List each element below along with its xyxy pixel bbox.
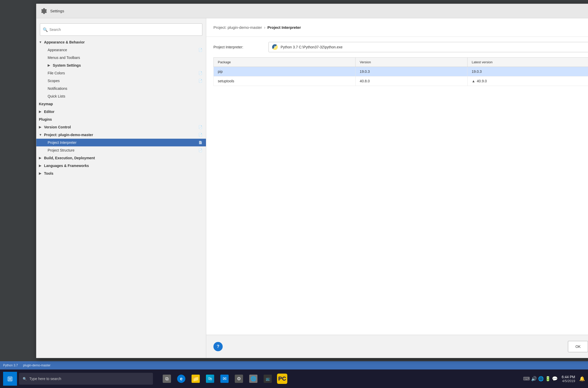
- expand-arrow: ▶: [39, 110, 42, 113]
- expand-arrow: ▶: [48, 64, 51, 67]
- breadcrumb-sep: ›: [264, 25, 265, 30]
- taskbar-icons-system: ⌨ 🔊 🌐 🔋 💬: [523, 376, 558, 382]
- col-header-version: Version: [356, 58, 468, 67]
- dialog-titlebar: Settings ✕: [36, 4, 588, 18]
- expand-arrow: ▶: [39, 156, 42, 160]
- col-header-latest: Latest version: [468, 58, 588, 67]
- expand-arrow: ▼: [39, 133, 42, 137]
- copy-icon: 📄: [198, 48, 202, 52]
- expand-arrow: ▶: [39, 172, 42, 175]
- package-name: setuptools: [214, 76, 356, 86]
- taskbar-search-icon: 🔍: [23, 377, 27, 381]
- expand-arrow: ▶: [39, 164, 42, 167]
- taskbar-icon-edge[interactable]: e: [175, 372, 188, 386]
- package-latest: ▲40.9.0: [468, 76, 588, 86]
- ok-button[interactable]: OK: [568, 341, 588, 352]
- status-python: Python 3.7: [3, 364, 18, 367]
- update-arrow-icon: ▲: [472, 79, 475, 83]
- search-input[interactable]: [49, 28, 200, 32]
- status-project: plugin-demo-master: [23, 364, 50, 367]
- settings-dialog: Settings ✕ 🔍 ▼ Appearance & Behavior: [36, 4, 588, 358]
- taskbar: ⊞ 🔍 Type here to search ⧉ e 📁 🛍 ✉ ⚙ 🌐 📺: [0, 369, 588, 388]
- package-name: pip: [214, 67, 356, 76]
- settings-sidebar: 🔍 ▼ Appearance & Behavior Appearance 📄: [36, 18, 206, 358]
- dialog-footer: ? OK Cancel Apply: [206, 335, 588, 358]
- dialog-title-left: Settings: [40, 7, 64, 15]
- nav-group-tools[interactable]: ▶ Tools: [36, 170, 206, 177]
- content-header: Project: plugin-demo-master › Project In…: [206, 18, 588, 37]
- taskbar-icon-app2[interactable]: 📺: [261, 372, 274, 386]
- sidebar-item-appearance[interactable]: Appearance 📄: [36, 46, 206, 54]
- sidebar-item-project-interpreter[interactable]: Project Interpreter 📄: [36, 139, 206, 146]
- sidebar-item-keymap[interactable]: Keymap: [36, 100, 206, 108]
- taskbar-icon-explorer[interactable]: 📁: [189, 372, 202, 386]
- copy-icon: 📄: [198, 133, 202, 137]
- package-version: 19.0.3: [356, 67, 468, 76]
- settings-icon: [40, 7, 48, 15]
- dialog-body: 🔍 ▼ Appearance & Behavior Appearance 📄: [36, 18, 588, 358]
- sidebar-item-notifications[interactable]: Notifications: [36, 85, 206, 92]
- status-bar: Python 3.7 plugin-demo-master: [0, 361, 588, 369]
- python-icon: P: [272, 44, 278, 50]
- sidebar-item-scopes[interactable]: Scopes 📄: [36, 77, 206, 85]
- package-latest: 19.0.3: [468, 67, 588, 76]
- pycharm-icon: PC: [277, 374, 287, 384]
- taskbar-icon-settings[interactable]: ⚙: [232, 372, 246, 386]
- taskbar-icon-store[interactable]: 🛍: [203, 372, 217, 386]
- nav-group-project[interactable]: ▼ Project: plugin-demo-master 📄: [36, 131, 206, 139]
- taskbar-icon-app1[interactable]: 🌐: [247, 372, 260, 386]
- sidebar-item-menus[interactable]: Menus and Toolbars: [36, 54, 206, 61]
- copy-icon: 📄: [198, 79, 202, 83]
- search-box[interactable]: 🔍: [40, 23, 202, 36]
- packages-table: Package Version Latest version pip 19.0.…: [213, 57, 588, 86]
- footer-left: ?: [213, 342, 223, 351]
- taskbar-right: ⌨ 🔊 🌐 🔋 💬 6:44 PM 4/5/2019 🔔: [523, 375, 585, 383]
- sidebar-item-file-colors[interactable]: File Colors 📄: [36, 69, 206, 77]
- copy-icon: 📄: [198, 141, 202, 144]
- col-header-package: Package: [214, 58, 356, 67]
- table-row[interactable]: pip 19.0.3 19.0.3: [214, 67, 588, 76]
- copy-icon: 📄: [198, 148, 202, 152]
- copy-icon: 📄: [198, 71, 202, 75]
- time-block: 6:44 PM 4/5/2019: [562, 375, 575, 383]
- taskbar-icon-task-view[interactable]: ⧉: [160, 372, 174, 386]
- sidebar-item-project-structure[interactable]: Project Structure 📄: [36, 146, 206, 154]
- copy-icon: 📄: [198, 125, 202, 129]
- taskbar-icon-mail[interactable]: ✉: [218, 372, 231, 386]
- nav-group-version-control[interactable]: ▶ Version Control 📄: [36, 123, 206, 131]
- interpreter-label: Project Interpreter:: [213, 45, 265, 49]
- nav-group-editor[interactable]: ▶ Editor: [36, 108, 206, 116]
- nav-group-system-settings[interactable]: ▶ System Settings: [36, 61, 206, 69]
- sidebar-item-quick-lists[interactable]: Quick Lists: [36, 92, 206, 100]
- table-row[interactable]: setuptools 40.8.0 ▲40.9.0: [214, 76, 588, 86]
- nav-group-appearance-behavior[interactable]: ▼ Appearance & Behavior: [36, 38, 206, 46]
- taskbar-icons: ⧉ e 📁 🛍 ✉ ⚙ 🌐 📺 PC: [160, 372, 289, 386]
- interpreter-select-wrapper: P Python 3.7 C:\Python37-32\python.exe ▼…: [269, 42, 588, 52]
- search-icon: 🔍: [43, 27, 48, 32]
- content-area: Project Interpreter: P Python 3.7 C:\Pyt…: [206, 37, 588, 335]
- packages-table-container: Package Version Latest version pip 19.0.…: [213, 57, 588, 99]
- taskbar-icon-pycharm[interactable]: PC: [275, 372, 289, 386]
- main-content: Project: plugin-demo-master › Project In…: [206, 18, 588, 358]
- interpreter-row: Project Interpreter: P Python 3.7 C:\Pyt…: [213, 42, 588, 52]
- footer-right: OK Cancel Apply: [568, 341, 588, 352]
- expand-arrow: ▼: [39, 40, 42, 44]
- nav-group-build[interactable]: ▶ Build, Execution, Deployment: [36, 154, 206, 162]
- taskbar-search-box[interactable]: 🔍 Type here to search: [19, 373, 153, 385]
- interpreter-dropdown[interactable]: P Python 3.7 C:\Python37-32\python.exe ▼: [269, 42, 588, 52]
- sidebar-item-plugins[interactable]: Plugins: [36, 116, 206, 123]
- help-button[interactable]: ?: [213, 342, 223, 351]
- package-version: 40.8.0: [356, 76, 468, 86]
- table-wrapper: Package Version Latest version pip 19.0.…: [213, 57, 588, 99]
- dialog-title-text: Settings: [50, 9, 64, 13]
- start-button[interactable]: ⊞: [3, 372, 17, 386]
- breadcrumb: Project: plugin-demo-master › Project In…: [213, 25, 301, 30]
- notification-icon[interactable]: 🔔: [579, 376, 585, 382]
- nav-group-languages[interactable]: ▶ Languages & Frameworks: [36, 162, 206, 170]
- expand-arrow: ▶: [39, 125, 42, 129]
- nav-section-appearance: ▼ Appearance & Behavior Appearance 📄 Men…: [36, 38, 206, 100]
